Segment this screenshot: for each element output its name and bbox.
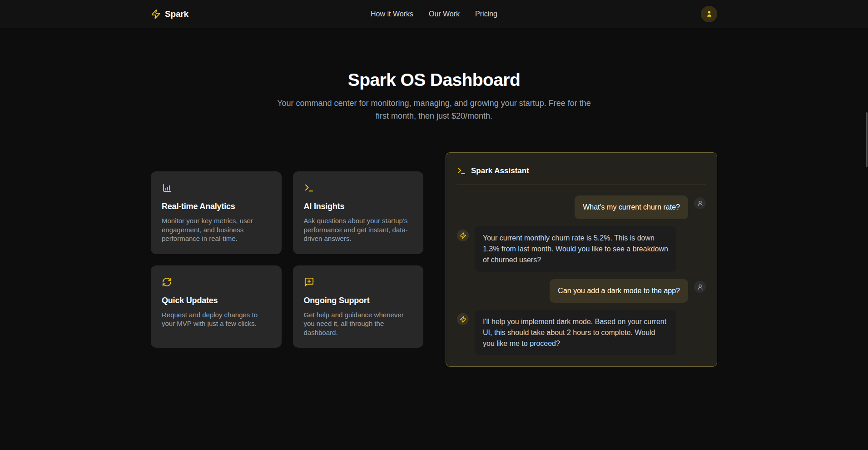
assistant-chat-avatar bbox=[457, 230, 469, 241]
page-title: Spark OS Dashboard bbox=[0, 70, 868, 90]
feature-description: Get help and guidance whenever you need … bbox=[304, 310, 413, 337]
assistant-message-bubble: I'll help you implement dark mode. Based… bbox=[475, 310, 676, 355]
terminal-icon bbox=[304, 183, 314, 193]
chat-message-assistant: I'll help you implement dark mode. Based… bbox=[457, 310, 706, 355]
assistant-header: Spark Assistant bbox=[457, 164, 706, 185]
main-content: Spark OS Dashboard Your command center f… bbox=[0, 70, 868, 367]
site-header: Spark How it Works Our Work Pricing bbox=[0, 0, 868, 28]
chart-column-icon bbox=[162, 183, 172, 193]
message-square-plus-icon bbox=[304, 277, 314, 287]
assistant-title: Spark Assistant bbox=[471, 166, 529, 175]
dashboard-section: Real-time Analytics Monitor your key met… bbox=[151, 152, 717, 367]
brand[interactable]: Spark bbox=[151, 9, 188, 19]
nav-link-pricing[interactable]: Pricing bbox=[475, 10, 497, 18]
features-grid: Real-time Analytics Monitor your key met… bbox=[151, 171, 423, 348]
feature-description: Request and deploy changes to your MVP w… bbox=[162, 310, 271, 328]
feature-title: Quick Updates bbox=[162, 296, 271, 305]
user-message-bubble: What's my current churn rate? bbox=[575, 195, 688, 219]
nav-link-how-it-works[interactable]: How it Works bbox=[371, 10, 413, 18]
spark-assistant-panel: Spark Assistant What's my current churn … bbox=[446, 152, 717, 367]
user-round-icon bbox=[697, 284, 704, 290]
user-icon bbox=[705, 10, 714, 18]
feature-description: Monitor your key metrics, user engagemen… bbox=[162, 216, 271, 243]
feature-card-realtime-analytics: Real-time Analytics Monitor your key met… bbox=[151, 171, 282, 254]
feature-title: Ongoing Support bbox=[304, 296, 413, 305]
assistant-chat-avatar bbox=[457, 313, 469, 325]
page-subtitle: Your command center for monitoring, mana… bbox=[275, 97, 593, 122]
feature-card-quick-updates: Quick Updates Request and deploy changes… bbox=[151, 265, 282, 348]
user-avatar-button[interactable] bbox=[701, 6, 717, 22]
nav-link-our-work[interactable]: Our Work bbox=[429, 10, 460, 18]
vertical-scrollbar-thumb[interactable] bbox=[866, 112, 868, 167]
assistant-message-bubble: Your current monthly churn rate is 5.2%.… bbox=[475, 226, 676, 272]
zap-icon bbox=[460, 232, 466, 239]
user-message-bubble: Can you add a dark mode to the app? bbox=[550, 279, 688, 303]
main-nav: How it Works Our Work Pricing bbox=[371, 10, 497, 18]
user-chat-avatar bbox=[694, 281, 706, 293]
zap-icon bbox=[460, 316, 466, 323]
chat-message-user: What's my current churn rate? bbox=[457, 195, 706, 219]
brand-name: Spark bbox=[165, 9, 188, 19]
user-round-icon bbox=[697, 200, 704, 207]
feature-card-ai-insights: AI Insights Ask questions about your sta… bbox=[293, 171, 424, 254]
zap-icon bbox=[151, 9, 161, 19]
hero-section: Spark OS Dashboard Your command center f… bbox=[0, 70, 868, 122]
feature-description: Ask questions about your startup's perfo… bbox=[304, 216, 413, 243]
terminal-icon bbox=[457, 166, 466, 175]
feature-title: Real-time Analytics bbox=[162, 202, 271, 211]
refresh-icon bbox=[162, 277, 172, 287]
user-chat-avatar bbox=[694, 197, 706, 209]
chat-message-assistant: Your current monthly churn rate is 5.2%.… bbox=[457, 226, 706, 272]
feature-card-ongoing-support: Ongoing Support Get help and guidance wh… bbox=[293, 265, 424, 348]
chat-message-user: Can you add a dark mode to the app? bbox=[457, 279, 706, 303]
chat-messages: What's my current churn rate? Your curre… bbox=[457, 195, 706, 355]
feature-title: AI Insights bbox=[304, 202, 413, 211]
